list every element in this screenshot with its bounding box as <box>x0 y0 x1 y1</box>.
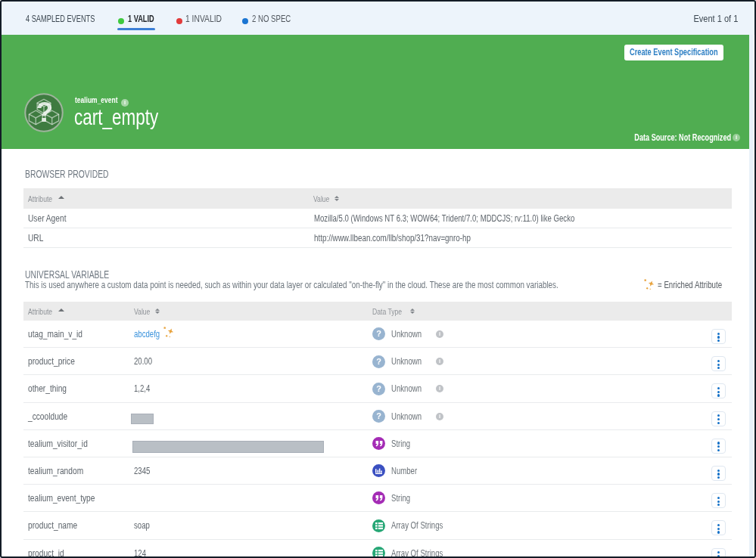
svg-text:?: ? <box>36 96 54 128</box>
